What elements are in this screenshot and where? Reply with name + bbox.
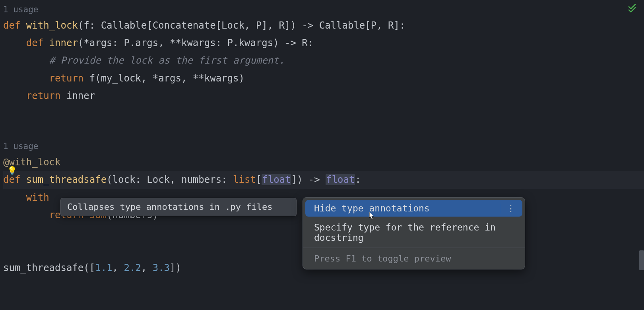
usage-hint[interactable]: 1 usage	[3, 140, 644, 153]
blank-line[interactable]	[3, 122, 644, 140]
code-text: f(my_lock, *args, **kwargs)	[89, 73, 244, 84]
code-line[interactable]: return inner	[3, 87, 644, 105]
function-call: sum_threadsafe([	[3, 262, 95, 273]
code-text: inner	[66, 90, 95, 101]
popup-item-label: Hide type annotations	[314, 203, 430, 213]
keyword-def: def	[3, 20, 26, 31]
code-line[interactable]: def inner(*args: P.args, **kwargs: P.kwa…	[3, 34, 644, 52]
blank-line[interactable]	[3, 105, 644, 122]
keyword-return: return	[49, 73, 89, 84]
code-line[interactable]: def sum_threadsafe(lock: Lock, numbers: …	[3, 171, 644, 188]
indent	[3, 90, 26, 101]
type-float: float	[326, 174, 355, 185]
function-name: inner	[49, 37, 78, 48]
analysis-ok-icon	[627, 4, 637, 16]
indent	[3, 73, 49, 84]
indent	[3, 192, 26, 203]
number-literal: 1.1	[95, 262, 112, 273]
intention-popup: Hide type annotations ⋮ Specify type for…	[303, 197, 525, 269]
code-line[interactable]: return f(my_lock, *args, **kwargs)	[3, 70, 644, 87]
vertical-scrollbar[interactable]	[639, 250, 644, 270]
intention-bulb-icon[interactable]: 💡	[7, 166, 17, 175]
indent	[3, 209, 49, 221]
popup-separator	[303, 248, 525, 248]
number-literal: 3.3	[153, 262, 170, 273]
intention-tooltip: Collapses type annotations in .py files	[60, 198, 297, 216]
keyword-def: def	[26, 37, 49, 48]
popup-footer-hint: Press F1 to toggle preview	[303, 250, 525, 269]
popup-item-hide-type-annotations[interactable]: Hide type annotations ⋮	[305, 200, 522, 217]
function-name: sum_threadsafe	[26, 174, 107, 185]
usage-hint[interactable]: 1 usage	[3, 3, 644, 17]
code-text: (f: Callable[Concatenate[Lock, P], R]) -…	[78, 20, 405, 31]
more-options-icon[interactable]: ⋮	[500, 203, 515, 213]
code-text: (*args: P.args, **kwargs: P.kwargs) -> R…	[78, 37, 313, 48]
comment: # Provide the lock as the first argument…	[49, 55, 285, 66]
indent	[3, 55, 49, 66]
indent	[3, 37, 26, 48]
builtin-list: list	[233, 174, 256, 185]
popup-item-label: Specify type for the reference in docstr…	[314, 222, 515, 243]
number-literal: 2.2	[124, 262, 141, 273]
keyword-def: def	[3, 174, 26, 185]
code-line[interactable]: @with_lock	[3, 153, 644, 171]
keyword-return: return	[26, 90, 66, 101]
function-name: with_lock	[26, 20, 78, 31]
code-line[interactable]: # Provide the lock as the first argument…	[3, 52, 644, 69]
code-line[interactable]: def with_lock(f: Callable[Concatenate[Lo…	[3, 17, 644, 34]
popup-item-specify-type-docstring[interactable]: Specify type for the reference in docstr…	[303, 219, 525, 246]
keyword-with: with	[26, 192, 55, 203]
type-float: float	[262, 174, 291, 185]
